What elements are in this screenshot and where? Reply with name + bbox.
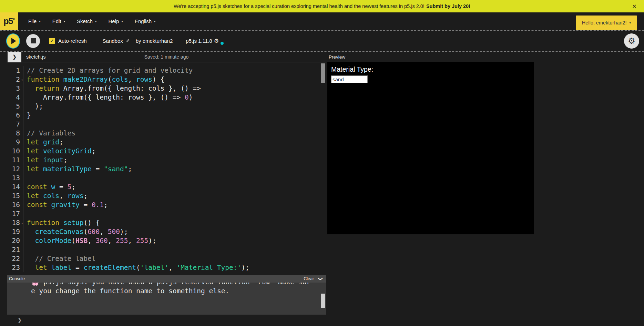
chevron-down-icon: ▾ (64, 20, 65, 23)
code-line[interactable]: 6} (7, 111, 326, 120)
code-line[interactable]: 19 createCanvas(600, 500); (7, 227, 326, 236)
menu-sketch[interactable]: Sketch▾ (72, 16, 101, 27)
auto-refresh-toggle[interactable]: ✓ Auto-refresh (49, 38, 87, 44)
code-line[interactable]: 4 Array.from({ length: rows }, () => 0) (7, 93, 326, 102)
code-text: function make2DArray(cols, rows) { (23, 75, 164, 84)
line-number: 6 (7, 111, 23, 120)
menu-file[interactable]: File▾ (23, 16, 45, 27)
p5-logo[interactable]: p5* (0, 12, 18, 30)
console-header: Console Clear ❯ (7, 275, 326, 283)
fold-arrow-icon[interactable]: ▾ (21, 75, 23, 84)
line-number: 8 (7, 129, 23, 138)
code-text: colorMode(HSB, 360, 255, 255); (23, 236, 156, 245)
code-line[interactable]: 11let input; (7, 156, 326, 165)
main-area: ❯ sketch.js Saved: 1 minute ago 1// Crea… (0, 52, 644, 325)
console-output[interactable]: 🌸 p5.js says: you have used a p5.js rese… (7, 283, 326, 315)
line-number: 18▾ (7, 218, 23, 227)
code-text: // Variables (23, 129, 75, 138)
line-number: 2▾ (7, 75, 23, 84)
code-line[interactable]: 18▾function setup() { (7, 218, 326, 227)
more-info-label: + More info: (63, 314, 116, 315)
chevron-down-icon: ▾ (121, 20, 123, 23)
project-author[interactable]: by emekturhan2 (136, 38, 173, 44)
p5-version-group: p5.js 1.11.8 ⚙ (186, 37, 224, 45)
code-line[interactable]: 13 (7, 174, 326, 183)
line-number: 13 (7, 174, 23, 183)
code-editor[interactable]: 1// Create 2D arrays for grid and veloci… (7, 62, 326, 275)
code-line[interactable]: 3 return Array.from({ length: cols }, ()… (7, 84, 326, 93)
stop-button[interactable] (26, 34, 40, 48)
chevron-down-icon: ▾ (629, 21, 631, 24)
console-scrollbar-thumb[interactable] (321, 294, 325, 308)
line-number: 14 (7, 183, 23, 192)
line-number: 3 (7, 84, 23, 93)
line-number: 12 (7, 165, 23, 174)
code-text (23, 245, 27, 254)
code-line[interactable]: 7 (7, 120, 326, 129)
play-icon (11, 38, 16, 44)
checkbox-checked-icon[interactable]: ✓ (49, 38, 55, 44)
code-line[interactable]: 21 (7, 245, 326, 254)
preview-pane: Preview Material Type: (326, 52, 644, 325)
code-text: // Create label (23, 254, 96, 263)
code-line[interactable]: 22 // Create label (7, 254, 326, 263)
tab-sketch-js[interactable]: sketch.js (26, 54, 45, 60)
version-settings-gear-icon[interactable]: ⚙ (214, 38, 219, 44)
code-text: return Array.from({ length: cols }, () =… (23, 84, 201, 93)
settings-button[interactable]: ⚙ (624, 33, 639, 49)
code-line[interactable]: 9let grid; (7, 138, 326, 147)
console-collapse-icon[interactable]: ❯ (318, 277, 323, 281)
console-clear-button[interactable]: Clear (304, 276, 314, 281)
console-input-row[interactable]: ❯ (7, 315, 326, 325)
code-text: let velocityGrid; (23, 147, 96, 156)
menu-edit[interactable]: Edit▾ (48, 16, 70, 27)
console-more-info-line: + More info: https://p5js.org/reference/… (31, 305, 326, 314)
announcement-banner: We're accepting p5.js sketches for a spe… (0, 0, 644, 12)
more-info-url[interactable]: https://p5js.org/reference/p5/row (116, 314, 249, 315)
code-text: let cols, rows; (23, 192, 88, 201)
line-number: 11 (7, 156, 23, 165)
collapsed-sidebar-strip (0, 52, 7, 325)
play-button[interactable] (6, 33, 20, 49)
code-line[interactable]: 20 colorMode(HSB, 360, 255, 255); (7, 236, 326, 245)
editor-scrollbar-thumb[interactable] (321, 63, 325, 83)
line-number: 4 (7, 93, 23, 102)
code-line[interactable]: 23 let label = createElement('label', 'M… (7, 263, 326, 272)
code-line[interactable]: 16const gravity = 0.1; (7, 201, 326, 210)
code-line[interactable]: 1// Create 2D arrays for grid and veloci… (7, 66, 326, 75)
code-line[interactable]: 15let cols, rows; (7, 192, 326, 201)
code-line[interactable]: 5 ); (7, 102, 326, 111)
line-number: 10 (7, 147, 23, 156)
material-type-input[interactable] (331, 75, 368, 83)
code-text: const gravity = 0.1; (23, 201, 108, 210)
code-text: Array.from({ length: rows }, () => 0) (23, 93, 193, 102)
code-text: function setup() { (23, 218, 100, 227)
line-number: 20 (7, 236, 23, 245)
line-number: 1 (7, 66, 23, 75)
code-text: createCanvas(600, 500); (23, 227, 128, 236)
close-icon[interactable]: ✕ (630, 0, 639, 12)
menu-bar: File▾Edit▾Sketch▾Help▾English▾ (23, 12, 161, 30)
code-line[interactable]: 2▾function make2DArray(cols, rows) { (7, 75, 326, 84)
code-line[interactable]: 8// Variables (7, 129, 326, 138)
line-number: 22 (7, 254, 23, 263)
code-text: let label = createElement('label', 'Mate… (23, 263, 249, 272)
stop-icon (31, 38, 36, 43)
line-number: 16 (7, 201, 23, 210)
sketch-canvas[interactable]: Material Type: (327, 62, 534, 234)
account-menu-button[interactable]: Hello, emekturhan2! ▾ (576, 16, 637, 30)
toolbar: ✓ Auto-refresh Sandbox ✎ by emekturhan2 … (0, 31, 644, 52)
menu-english[interactable]: English▾ (130, 16, 161, 27)
edit-pencil-icon[interactable]: ✎ (126, 38, 130, 43)
code-line[interactable]: 12let materialType = "sand"; (7, 165, 326, 174)
console-title: Console (9, 276, 25, 281)
menu-help[interactable]: Help▾ (103, 16, 127, 27)
material-type-label: Material Type: (331, 65, 534, 73)
notification-dot (221, 42, 224, 45)
code-line[interactable]: 10let velocityGrid; (7, 147, 326, 156)
code-line[interactable]: 17 (7, 210, 326, 218)
console-prompt-icon: ❯ (17, 317, 22, 323)
code-line[interactable]: 14const w = 5; (7, 183, 326, 192)
sidebar-expand-button[interactable]: ❯ (8, 52, 21, 62)
fold-arrow-icon[interactable]: ▾ (21, 219, 23, 228)
